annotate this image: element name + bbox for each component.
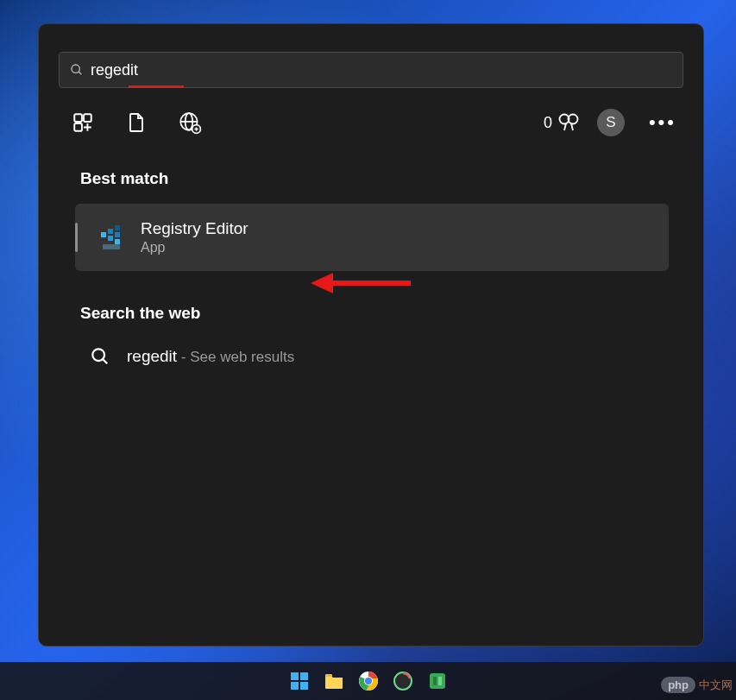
svg-rect-33: [438, 677, 442, 685]
result-subtitle: App: [141, 240, 248, 255]
svg-rect-25: [300, 682, 308, 690]
svg-line-1: [79, 72, 81, 74]
svg-rect-22: [291, 672, 299, 680]
annotation-arrow: [309, 269, 412, 297]
annotation-underline: [129, 85, 184, 88]
result-title: Registry Editor: [141, 219, 248, 238]
svg-point-0: [72, 65, 79, 73]
search-filter-toolbar: 0 S •••: [59, 109, 683, 136]
svg-rect-12: [108, 229, 113, 234]
start-button[interactable]: [287, 669, 311, 693]
svg-marker-19: [311, 273, 333, 293]
web-search-result[interactable]: regedit - See web results: [91, 338, 669, 375]
app-icon-green[interactable]: [425, 669, 450, 693]
svg-rect-23: [300, 672, 308, 680]
svg-rect-2: [74, 114, 82, 122]
svg-rect-3: [84, 114, 91, 122]
svg-rect-32: [433, 677, 437, 685]
documents-filter-icon[interactable]: [124, 110, 148, 135]
web-filter-icon[interactable]: [178, 110, 202, 135]
start-search-panel: 0 S ••• Best match Regis: [38, 23, 704, 646]
search-web-header: Search the web: [80, 304, 703, 323]
file-explorer-icon[interactable]: [322, 669, 346, 693]
svg-rect-13: [108, 236, 113, 241]
more-options-button[interactable]: •••: [642, 111, 683, 134]
registry-editor-icon: [99, 224, 123, 251]
svg-rect-24: [291, 682, 299, 690]
svg-rect-26: [325, 674, 332, 677]
svg-rect-15: [115, 232, 120, 237]
web-result-query: regedit: [127, 347, 177, 365]
svg-point-29: [365, 678, 372, 684]
app-icon-circle[interactable]: [391, 669, 415, 693]
medal-icon: [557, 113, 580, 132]
search-icon: [70, 63, 84, 77]
best-match-header: Best match: [80, 169, 703, 188]
svg-rect-4: [74, 123, 82, 131]
rewards-count: 0: [544, 114, 552, 132]
svg-rect-11: [101, 232, 106, 237]
svg-rect-17: [103, 244, 120, 249]
selection-indicator: [75, 223, 78, 252]
rewards-badge[interactable]: 0: [544, 113, 580, 132]
svg-line-21: [103, 359, 107, 363]
web-result-suffix: - See web results: [177, 349, 294, 365]
best-match-result[interactable]: Registry Editor App: [75, 204, 669, 271]
svg-rect-16: [115, 239, 120, 244]
search-input[interactable]: [91, 61, 672, 79]
chrome-icon[interactable]: [356, 669, 381, 693]
svg-rect-31: [430, 673, 445, 689]
apps-filter-icon[interactable]: [71, 110, 95, 135]
taskbar: [0, 662, 736, 700]
user-avatar[interactable]: S: [597, 109, 625, 136]
search-icon: [91, 347, 110, 366]
svg-rect-14: [115, 225, 120, 230]
search-bar[interactable]: [59, 52, 683, 88]
svg-point-20: [92, 349, 104, 361]
